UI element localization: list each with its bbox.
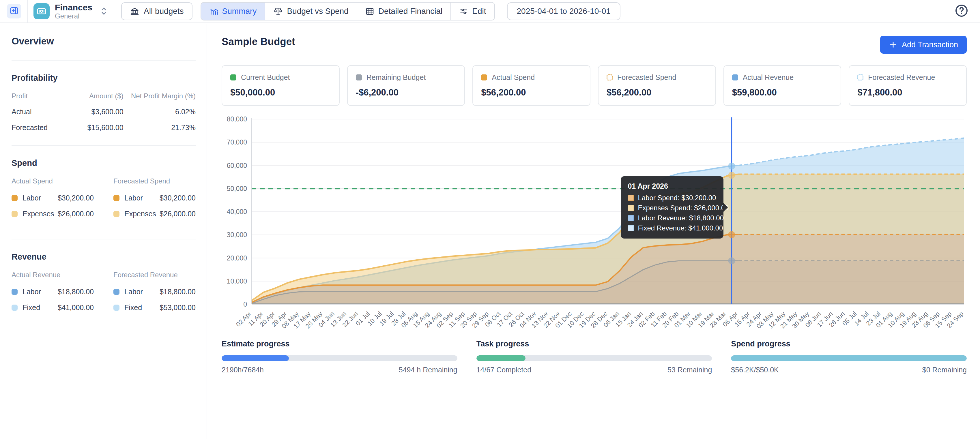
legend-row: Expenses$26,000.00	[113, 210, 196, 218]
tooltip-swatch	[628, 195, 634, 201]
tab-label: Detailed Financial	[378, 6, 443, 16]
legend-value: $18,800.00	[159, 288, 196, 296]
sidebar-title: Overview	[11, 36, 196, 47]
chevron-up-down-icon	[100, 6, 108, 16]
stat-swatch	[858, 75, 864, 81]
legend-row: Fixed$41,000.00	[11, 304, 94, 312]
progress-title: Task progress	[476, 339, 712, 348]
tooltip-label: Fixed Revenue: $41,000.00	[638, 224, 723, 232]
stat-card: Forecasted Revenue$71,800.00	[849, 65, 967, 106]
tab-edit[interactable]: Edit	[450, 3, 494, 20]
profit-cell: $3,600.00	[60, 108, 124, 116]
tooltip-swatch	[628, 215, 634, 221]
revenue-heading: Revenue	[11, 252, 196, 262]
progress-track	[731, 355, 967, 361]
summary-cards: Current Budget$50,000.00Remaining Budget…	[222, 65, 967, 106]
legend-row: Expenses$26,000.00	[11, 210, 94, 218]
svg-text:20,000: 20,000	[227, 254, 247, 262]
tab-detailed-financial[interactable]: Detailed Financial	[357, 3, 451, 20]
help-button[interactable]	[955, 4, 969, 19]
stat-card: Forecasted Spend$56,200.00	[598, 65, 716, 106]
legend-group: Forecasted SpendLabor$30,200.00Expenses$…	[113, 177, 196, 226]
stat-card: Actual Revenue$59,800.00	[724, 65, 842, 106]
date-range-value: 2025-04-01 to 2026-10-01	[517, 6, 611, 16]
stat-label: Actual Spend	[492, 73, 535, 82]
budget-chart[interactable]: 010,00020,00030,00040,00050,00060,00070,…	[222, 115, 967, 335]
legend-row: Fixed$53,000.00	[113, 304, 196, 312]
progress-footer: 14/67 Completed53 Remaining	[476, 366, 712, 374]
profit-cell: $15,600.00	[60, 124, 124, 132]
legend-group: Actual RevenueLabor$18,800.00Fixed$41,00…	[11, 271, 94, 319]
stat-card-label-row: Remaining Budget	[356, 73, 457, 82]
stat-label: Remaining Budget	[366, 73, 426, 82]
progress-right-text: $0 Remaining	[922, 366, 967, 374]
tooltip-date: 01 Apr 2026	[628, 182, 716, 190]
collapse-sidebar-icon	[10, 6, 19, 16]
profit-column-header: Profit	[11, 92, 60, 100]
stat-swatch	[732, 75, 738, 81]
tooltip-swatch	[628, 225, 634, 231]
legend-group: Actual SpendLabor$30,200.00Expenses$26,0…	[11, 177, 94, 226]
tooltip-row: Fixed Revenue: $41,000.00	[628, 224, 716, 232]
main-header-row: Sample Budget Add Transaction	[222, 36, 967, 54]
overview-sidebar: Overview Profitability ProfitAmount ($)N…	[0, 24, 207, 439]
stat-swatch	[230, 75, 236, 81]
legend-label: Fixed	[124, 304, 142, 312]
collapse-sidebar-button[interactable]	[7, 4, 21, 19]
spend-groups: Actual SpendLabor$30,200.00Expenses$26,0…	[11, 177, 196, 226]
progress-right-text: 5494 h Remaining	[399, 366, 457, 374]
legend-label: Labor	[124, 194, 143, 202]
svg-text:40,000: 40,000	[227, 208, 247, 215]
legend-value: $30,200.00	[58, 194, 94, 202]
svg-text:80,000: 80,000	[227, 115, 247, 123]
stat-swatch	[356, 75, 362, 81]
progress-fill	[476, 355, 526, 361]
spend-heading: Spend	[11, 158, 196, 168]
stat-value: $59,800.00	[732, 87, 833, 98]
legend-group: Forecasted RevenueLabor$18,800.00Fixed$5…	[113, 271, 196, 319]
svg-text:60,000: 60,000	[227, 162, 247, 169]
legend-swatch	[113, 289, 119, 295]
revenue-groups: Actual RevenueLabor$18,800.00Fixed$41,00…	[11, 271, 196, 319]
tooltip-label: Expenses Spend: $26,000.00	[638, 204, 729, 212]
progress-fill	[731, 355, 967, 361]
legend-value: $26,000.00	[58, 210, 94, 218]
stat-label: Forecasted Revenue	[868, 73, 935, 82]
progress-block: Task progress14/67 Completed53 Remaining	[476, 339, 712, 374]
stat-label: Current Budget	[241, 73, 290, 82]
progress-track	[476, 355, 712, 361]
progress-left-text: 2190h/7684h	[222, 366, 264, 374]
tooltip-row: Labor Spend: $30,200.00	[628, 194, 716, 202]
stat-card: Remaining Budget-$6,200.00	[347, 65, 465, 106]
legend-swatch	[113, 211, 119, 217]
progress-track	[222, 355, 457, 361]
tooltip-swatch	[628, 205, 634, 211]
tooltip-label: Labor Revenue: $18,800.00	[638, 214, 724, 222]
workspace-selector[interactable]: Finances General	[33, 3, 108, 20]
legend-group-title: Forecasted Spend	[113, 177, 196, 185]
bank-icon	[130, 6, 139, 16]
add-transaction-button[interactable]: Add Transaction	[880, 36, 967, 54]
svg-text:10,000: 10,000	[227, 277, 247, 285]
legend-swatch	[11, 305, 18, 311]
svg-text:50,000: 50,000	[227, 185, 247, 192]
profitability-table: ProfitAmount ($)Net Profit Margin (%)Act…	[11, 92, 196, 132]
budget-chart-canvas[interactable]: 010,00020,00030,00040,00050,00060,00070,…	[222, 115, 967, 335]
legend-row: Labor$18,800.00	[11, 288, 94, 296]
legend-value: $18,800.00	[58, 288, 94, 296]
svg-text:30,000: 30,000	[227, 231, 247, 239]
stat-card: Current Budget$50,000.00	[222, 65, 340, 106]
tab-budget-vs-spend[interactable]: Budget vs Spend	[265, 3, 356, 20]
plus-icon	[889, 40, 897, 49]
spend-section: Spend Actual SpendLabor$30,200.00Expense…	[11, 158, 196, 226]
tab-summary[interactable]: Summary	[201, 3, 265, 20]
date-range-picker[interactable]: 2025-04-01 to 2026-10-01	[507, 2, 620, 20]
progress-footer: $56.2K/$50.0K$0 Remaining	[731, 366, 967, 374]
stat-card-label-row: Forecasted Revenue	[858, 73, 958, 82]
profit-column-header: Net Profit Margin (%)	[124, 92, 196, 100]
legend-value: $30,200.00	[159, 194, 196, 202]
legend-group-title: Actual Revenue	[11, 271, 94, 279]
nav-group: SummaryBudget vs SpendDetailed Financial…	[200, 2, 495, 21]
tab-all-budgets[interactable]: All budgets	[121, 2, 192, 20]
tab-label: Budget vs Spend	[287, 6, 348, 16]
